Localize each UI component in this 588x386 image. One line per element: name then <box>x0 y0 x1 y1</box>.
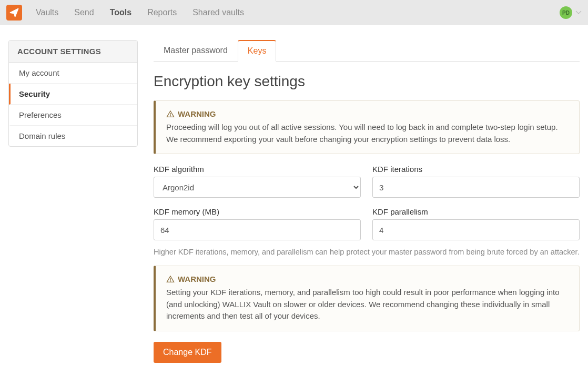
field-kdf-parallelism: KDF parallelism <box>372 207 580 240</box>
kdf-hint: Higher KDF iterations, memory, and paral… <box>154 248 580 256</box>
sidebar-item-preferences[interactable]: Preferences <box>9 105 137 126</box>
label-kdf-parallelism: KDF parallelism <box>372 207 580 216</box>
topbar: Vaults Send Tools Reports Shared vaults … <box>0 0 588 25</box>
warning-body: Proceeding will log you out of all activ… <box>166 121 569 145</box>
warning-body: Setting your KDF iterations, memory, and… <box>166 287 569 322</box>
topnav-item-vaults[interactable]: Vaults <box>36 8 58 17</box>
warning-logout: WARNING Proceeding will log you out of a… <box>154 100 580 154</box>
topnav-item-send[interactable]: Send <box>74 8 94 17</box>
warning-icon <box>166 275 175 283</box>
sidebar-item-domain-rules[interactable]: Domain rules <box>9 126 137 146</box>
topnav-item-reports[interactable]: Reports <box>147 8 177 17</box>
tab-keys[interactable]: Keys <box>238 40 277 62</box>
topnav-item-tools[interactable]: Tools <box>110 8 131 17</box>
avatar: PD <box>560 6 572 19</box>
select-kdf-algorithm[interactable]: Argon2id <box>154 177 361 198</box>
tabs: Master password Keys <box>154 40 580 62</box>
svg-point-3 <box>170 280 170 281</box>
input-kdf-memory[interactable] <box>154 219 361 240</box>
kdf-form: KDF algorithm Argon2id KDF iterations KD… <box>154 165 580 240</box>
field-kdf-iterations: KDF iterations <box>372 165 580 198</box>
main-content: Master password Keys Encryption key sett… <box>154 40 580 363</box>
tab-master-password[interactable]: Master password <box>154 40 238 62</box>
page-title: Encryption key settings <box>154 73 580 90</box>
warning-title: WARNING <box>178 109 216 118</box>
warning-title: WARNING <box>178 275 216 283</box>
sidebar-item-my-account[interactable]: My account <box>9 63 137 84</box>
input-kdf-iterations[interactable] <box>372 177 580 198</box>
warning-icon <box>166 110 175 118</box>
label-kdf-memory: KDF memory (MB) <box>154 207 361 216</box>
topnav: Vaults Send Tools Reports Shared vaults <box>36 8 244 17</box>
sidebar-title: ACCOUNT SETTINGS <box>9 40 137 63</box>
app-logo[interactable] <box>6 5 22 21</box>
svg-point-1 <box>170 115 170 116</box>
chevron-down-icon <box>575 9 582 16</box>
user-menu[interactable]: PD <box>560 6 582 19</box>
field-kdf-algorithm: KDF algorithm Argon2id <box>154 165 361 198</box>
field-kdf-memory: KDF memory (MB) <box>154 207 361 240</box>
warning-performance: WARNING Setting your KDF iterations, mem… <box>154 266 580 331</box>
settings-sidebar: ACCOUNT SETTINGS My account Security Pre… <box>8 40 138 147</box>
logo-icon <box>9 7 19 18</box>
sidebar-item-security[interactable]: Security <box>9 84 137 105</box>
change-kdf-button[interactable]: Change KDF <box>154 342 221 363</box>
topnav-item-shared-vaults[interactable]: Shared vaults <box>192 8 244 17</box>
input-kdf-parallelism[interactable] <box>372 219 580 240</box>
label-kdf-algorithm: KDF algorithm <box>154 165 361 174</box>
label-kdf-iterations: KDF iterations <box>372 165 580 174</box>
